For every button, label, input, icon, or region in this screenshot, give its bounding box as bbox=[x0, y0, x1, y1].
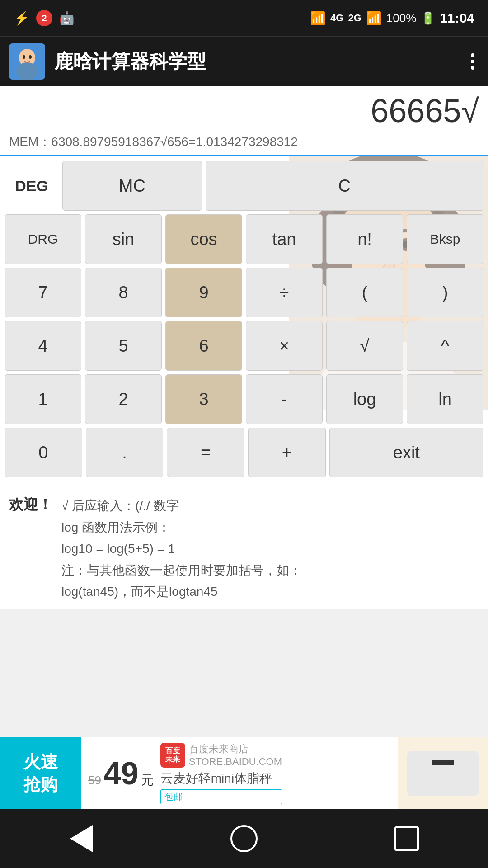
instruction-line-4: 注：与其他函数一起使用时要加括号，如： bbox=[61, 560, 302, 581]
row-789: 7 8 9 ÷ ( ) bbox=[5, 268, 483, 317]
scale-screen bbox=[432, 760, 454, 765]
factorial-button[interactable]: n! bbox=[326, 214, 403, 264]
btn-3[interactable]: 3 bbox=[165, 374, 242, 424]
plus-button[interactable]: + bbox=[248, 428, 326, 477]
btn-4[interactable]: 4 bbox=[5, 321, 81, 371]
welcome-text: 欢迎！ bbox=[9, 495, 52, 515]
signal-4g: 4G bbox=[330, 12, 343, 24]
app-header: 鹿晗计算器科学型 bbox=[0, 36, 488, 86]
recents-icon bbox=[394, 826, 419, 851]
ad-main-price: 49 bbox=[103, 755, 139, 792]
btn-0[interactable]: 0 bbox=[5, 428, 82, 477]
clock: 11:04 bbox=[440, 10, 474, 26]
battery-icon: 🔋 bbox=[421, 11, 435, 25]
status-right: 📶 4G 2G 📶 100% 🔋 11:04 bbox=[310, 10, 474, 26]
power-button[interactable]: ^ bbox=[407, 321, 483, 371]
row-123: 1 2 3 - log ln bbox=[5, 374, 483, 424]
sin-button[interactable]: sin bbox=[85, 214, 162, 264]
ln-button[interactable]: ln bbox=[407, 374, 483, 424]
ad-center: 59 49 元 百度未来 百度未来商店STORE.BAIDU.COM 云麦好轻m… bbox=[81, 738, 398, 809]
signal-bars: 📶 bbox=[366, 11, 382, 26]
usb-icon: ⚡ bbox=[14, 11, 29, 26]
android-icon: 🤖 bbox=[59, 11, 75, 26]
multiply-button[interactable]: × bbox=[246, 321, 323, 371]
wifi-icon: 📶 bbox=[310, 11, 326, 26]
instructions-area: 欢迎！ √ 后应输入：(/./ 数字 log 函数用法示例： log10 = l… bbox=[0, 486, 488, 609]
ad-brand-icon: 百度未来 bbox=[160, 743, 185, 768]
back-button[interactable] bbox=[63, 821, 99, 857]
status-bar: ⚡ 2 🤖 📶 4G 2G 📶 100% 🔋 11:04 bbox=[0, 0, 488, 36]
open-paren-button[interactable]: ( bbox=[326, 268, 403, 317]
signal-2g: 2G bbox=[348, 12, 361, 24]
btn-7[interactable]: 7 bbox=[5, 268, 81, 317]
notification-icon: 2 bbox=[36, 10, 52, 26]
decimal-button[interactable]: . bbox=[86, 428, 164, 477]
main-display: 66665√ bbox=[9, 90, 479, 131]
ad-promo-label: 火速抢购 bbox=[0, 737, 81, 810]
ad-store-text: 百度未来商店STORE.BAIDU.COM bbox=[189, 742, 282, 768]
minus-button[interactable]: - bbox=[246, 374, 323, 424]
recents-button[interactable] bbox=[389, 821, 425, 857]
row-456: 4 5 6 × √ ^ bbox=[5, 321, 483, 371]
row-bottom: 0 . = + exit bbox=[5, 428, 483, 477]
divide-button[interactable]: ÷ bbox=[246, 268, 323, 317]
mem-display: MEM：6308.89795918367√656=1.0134273298312 bbox=[9, 131, 479, 153]
app-title: 鹿晗计算器科学型 bbox=[54, 49, 466, 74]
display-area: 66665√ MEM：6308.89795918367√656=1.013427… bbox=[0, 86, 488, 156]
back-icon bbox=[70, 825, 93, 852]
instruction-line-3: log10 = log(5+5) = 1 bbox=[61, 538, 302, 560]
home-button[interactable] bbox=[226, 821, 262, 857]
sqrt-button[interactable]: √ bbox=[326, 321, 403, 371]
ad-price-unit: 元 bbox=[141, 772, 154, 789]
exit-button[interactable]: exit bbox=[329, 428, 483, 477]
scale-device bbox=[407, 751, 479, 796]
menu-button[interactable] bbox=[466, 49, 479, 74]
btn-1[interactable]: 1 bbox=[5, 374, 81, 424]
buttons-area: DEG MC C DRG sin cos tan n! Bksp 7 8 9 ÷… bbox=[0, 156, 488, 486]
ad-free-ship: 包邮 bbox=[160, 789, 282, 804]
ad-promo-text: 火速抢购 bbox=[23, 751, 58, 796]
mc-button[interactable]: MC bbox=[62, 161, 202, 211]
cos-button[interactable]: cos bbox=[165, 214, 242, 264]
equals-button[interactable]: = bbox=[167, 428, 244, 477]
battery-percent: 100% bbox=[386, 11, 417, 25]
home-icon bbox=[230, 825, 258, 852]
navigation-bar bbox=[0, 809, 488, 868]
btn-5[interactable]: 5 bbox=[85, 321, 162, 371]
log-button[interactable]: log bbox=[326, 374, 403, 424]
instruction-line-5: log(tan45)，而不是logtan45 bbox=[61, 581, 302, 603]
instruction-line-2: log 函数用法示例： bbox=[61, 517, 302, 538]
btn-9[interactable]: 9 bbox=[165, 268, 242, 317]
btn-6[interactable]: 6 bbox=[165, 321, 242, 371]
function-row: DRG sin cos tan n! Bksp bbox=[5, 214, 483, 264]
drg-button[interactable]: DRG bbox=[5, 214, 81, 264]
mem-label: MEM： bbox=[9, 135, 51, 149]
ad-original-price: 59 bbox=[88, 774, 101, 788]
backspace-button[interactable]: Bksp bbox=[407, 214, 483, 264]
close-paren-button[interactable]: ) bbox=[407, 268, 483, 317]
avatar-image bbox=[9, 43, 45, 80]
btn-2[interactable]: 2 bbox=[85, 374, 162, 424]
ad-product-text: 云麦好轻mini体脂秤 bbox=[160, 770, 282, 787]
top-row: DEG MC C bbox=[5, 161, 483, 211]
ad-product-image bbox=[398, 737, 488, 810]
ad-price-area: 59 49 元 bbox=[88, 755, 154, 792]
deg-button[interactable]: DEG bbox=[5, 161, 59, 211]
ad-details: 百度未来 百度未来商店STORE.BAIDU.COM 云麦好轻mini体脂秤 包… bbox=[160, 742, 282, 804]
svg-point-3 bbox=[23, 55, 25, 59]
btn-8[interactable]: 8 bbox=[85, 268, 162, 317]
mem-value: 6308.89795918367√656=1.0134273298312 bbox=[51, 135, 298, 149]
svg-point-4 bbox=[29, 55, 32, 59]
ad-banner[interactable]: 火速抢购 59 49 元 百度未来 百度未来商店STORE.BAIDU.COM … bbox=[0, 737, 488, 809]
app-avatar bbox=[9, 43, 45, 80]
instruction-line-1: √ 后应输入：(/./ 数字 bbox=[61, 495, 302, 517]
c-button[interactable]: C bbox=[206, 161, 483, 211]
calculator-area: 66665√ MEM：6308.89795918367√656=1.013427… bbox=[0, 86, 488, 609]
status-left: ⚡ 2 🤖 bbox=[14, 10, 75, 26]
instructions-text: √ 后应输入：(/./ 数字 log 函数用法示例： log10 = log(5… bbox=[61, 495, 302, 603]
tan-button[interactable]: tan bbox=[246, 214, 323, 264]
